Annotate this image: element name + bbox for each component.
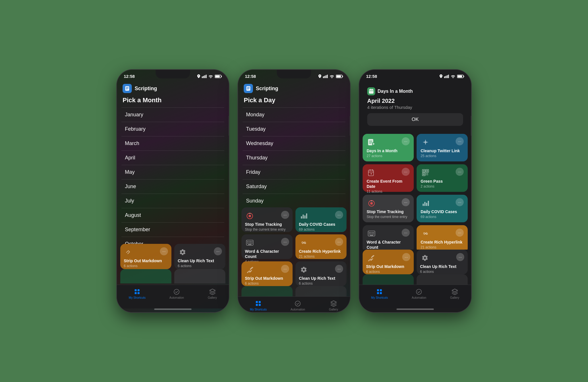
menu-dots-icon[interactable]: ··· [402,229,410,237]
nav-automation[interactable]: Automation [165,287,189,300]
strip-markdown-card[interactable]: ··· Strip Out Markdown 6 actions [120,244,171,269]
svg-rect-65 [427,174,428,175]
menu-dots-icon[interactable]: ··· [402,168,410,176]
layers-icon [209,288,216,295]
svg-rect-13 [323,76,324,78]
partial-card-1 [120,269,171,283]
battery-icon [336,75,343,78]
checkmark-circle-icon-3 [415,288,422,295]
menu-dots-icon[interactable]: ··· [335,238,343,246]
menu-dots-icon[interactable]: ··· [214,247,222,255]
list-item-wednesday[interactable]: Wednesday [243,136,345,151]
partial-teal-1 [363,274,414,285]
clean-rich-text-card[interactable]: ··· Clean Up Rich Text 6 actions [174,244,225,269]
card-name: Stop Time Tracking [367,209,410,214]
home-indicator-3 [396,308,434,310]
menu-dots-icon[interactable]: ··· [335,211,343,219]
menu-dots-icon[interactable]: ··· [281,238,289,246]
list-item-june[interactable]: June [121,180,224,194]
days-in-month-card[interactable]: ··· Days In a Month 27 actions [363,134,414,161]
list-item-october[interactable]: October [121,237,224,244]
nav-my-shortcuts-3[interactable]: My Shortcuts [367,287,392,300]
calendar-plus-icon [367,168,376,178]
stop-time-card-3[interactable]: ··· Stop Time Tracking Stop the current … [363,195,414,222]
card-actions: 6 actions [245,281,289,285]
menu-dots-icon[interactable]: ··· [402,137,410,145]
menu-dots-icon[interactable]: ··· [402,253,410,261]
nav-automation-2[interactable]: Automation [286,299,310,312]
svg-rect-57 [423,170,425,172]
svg-rect-31 [250,241,251,242]
stop-time-card[interactable]: ··· Stop Time Tracking Stop the current … [241,207,293,232]
rich-hyperlink-card-3[interactable]: ··· Create Rich Hyperlink 21 actions [417,225,468,250]
svg-rect-2 [204,75,205,78]
nav-my-shortcuts-2[interactable]: My Shortcuts [245,299,271,312]
svg-rect-68 [371,200,372,201]
svg-rect-36 [252,243,252,244]
nav-my-shortcuts[interactable]: My Shortcuts [124,287,150,300]
svg-rect-43 [444,76,445,78]
list-item-sunday[interactable]: Sunday [243,194,345,205]
clean-rich-text-card-2[interactable]: ··· Clean Up Rich Text 6 actions [295,261,347,286]
menu-dots-icon[interactable]: ··· [456,229,464,237]
nav-gallery-2[interactable]: Gallery [324,299,343,312]
card-name: Create Rich Hyperlink [421,240,464,245]
menu-dots-icon[interactable]: ··· [281,211,289,219]
clean-rich-text-card-3[interactable]: ··· Clean Up Rich Text 6 actions [417,250,468,274]
menu-dots-icon[interactable]: ··· [281,265,289,273]
list-item-saturday[interactable]: Saturday [243,180,345,194]
list-item-september[interactable]: September [121,223,224,237]
location-icon [197,74,200,78]
list-item-may[interactable]: May [121,165,224,180]
green-pass-card[interactable]: ··· Green Pass 2 actions [417,164,468,192]
word-count-card[interactable]: ··· Word & Character Count 4 actions [241,234,293,259]
menu-dots-icon[interactable]: ··· [160,247,168,255]
svg-rect-69 [423,204,424,206]
create-event-card[interactable]: ··· Create Event From Date 11 actions [363,164,414,192]
list-item-january[interactable]: January [121,107,224,122]
svg-rect-32 [252,241,252,242]
strip-markdown-card-2[interactable]: ··· Strip Out Markdown 6 actions [241,261,293,286]
shortcuts-bottom-row-3: ··· Strip Out Markdown 6 actions ··· Cle… [359,250,471,274]
svg-rect-39 [259,301,261,303]
list-item-tuesday[interactable]: Tuesday [243,122,345,136]
svg-rect-22 [249,215,251,217]
svg-rect-86 [380,292,382,294]
strip-markdown-card-3[interactable]: ··· Strip Out Markdown 6 actions [363,250,414,274]
menu-dots-icon[interactable]: ··· [335,265,343,273]
daily-covid-card-3[interactable]: ··· Daily COVID Cases 69 actions [417,195,468,222]
signal-icon [202,75,207,78]
cleanup-twitter-card[interactable]: ··· Cleanup Twitter Link 25 actions [417,134,468,161]
nav-automation-3[interactable]: Automation [407,287,431,300]
list-item-february[interactable]: February [121,122,224,136]
daily-covid-card[interactable]: ··· Daily COVID Cases 69 actions [295,207,347,232]
ok-button[interactable]: OK [367,113,463,126]
menu-dots-icon[interactable]: ··· [456,253,464,261]
nav-gallery-3[interactable]: Gallery [446,287,464,300]
word-count-card-3[interactable]: ··· Word & Character Count 4 actions [363,225,414,250]
rich-hyperlink-card[interactable]: ··· Create Rich Hyperlink 21 actions [295,234,347,259]
svg-rect-50 [369,89,374,94]
list-item-april[interactable]: April [121,151,224,165]
wifi-icon [330,75,334,78]
list-item-august[interactable]: August [121,208,224,223]
status-bar-3: 12:58 [359,70,471,80]
list-item-march[interactable]: March [121,136,224,151]
nav-gallery[interactable]: Gallery [203,287,222,300]
list-item-thursday[interactable]: Thursday [243,151,345,165]
menu-dots-icon[interactable]: ··· [456,198,464,206]
list-item-friday[interactable]: Friday [243,165,345,180]
menu-dots-icon[interactable]: ··· [456,137,464,145]
list-item-july[interactable]: July [121,194,224,208]
shortcuts-row-1: ··· Stop Time Tracking Stop the current … [238,207,350,232]
checkmark-circle-icon-2 [294,300,301,307]
menu-dots-icon[interactable]: ··· [402,198,410,206]
menu-dots-icon[interactable]: ··· [456,168,464,176]
link-icon-3 [421,229,430,238]
svg-rect-0 [202,76,203,78]
location-icon [318,74,321,78]
layers-icon-2 [330,300,337,307]
list-item-monday[interactable]: Monday [243,107,345,122]
svg-rect-3 [206,75,207,78]
card-name: Clean Up Rich Text [420,264,464,269]
